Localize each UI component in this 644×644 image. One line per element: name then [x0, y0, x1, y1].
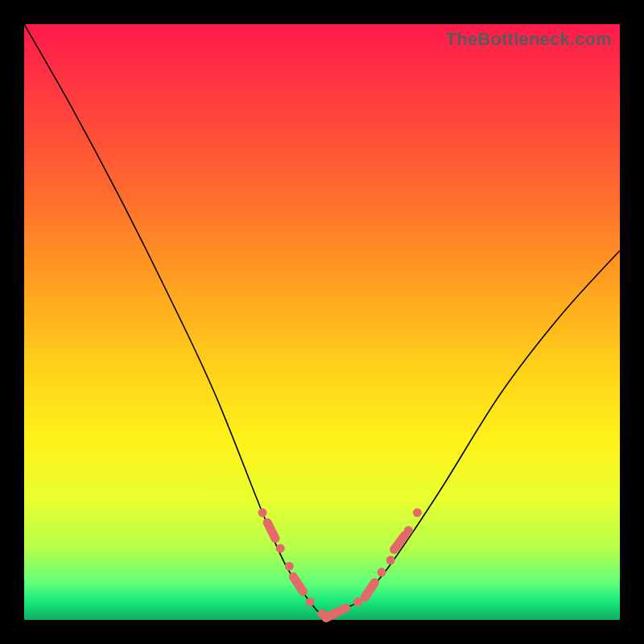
trough-dash	[326, 610, 342, 618]
trough-dot	[285, 562, 294, 571]
trough-dot	[258, 508, 267, 517]
curve-svg	[24, 24, 620, 620]
trough-dash	[267, 522, 275, 539]
trough-dot	[386, 556, 395, 565]
trough-dash	[365, 583, 374, 597]
plot-area: TheBottleneck.com	[24, 24, 620, 620]
trough-dot	[378, 568, 386, 576]
trough-dot	[341, 604, 350, 613]
trough-dot	[404, 526, 413, 535]
trough-dot	[306, 597, 315, 606]
trough-dot	[413, 508, 422, 517]
chart-frame: TheBottleneck.com	[0, 0, 644, 644]
trough-markers	[258, 508, 422, 618]
bottleneck-curve	[24, 24, 620, 615]
trough-dot	[276, 544, 285, 553]
trough-dash	[293, 576, 303, 591]
